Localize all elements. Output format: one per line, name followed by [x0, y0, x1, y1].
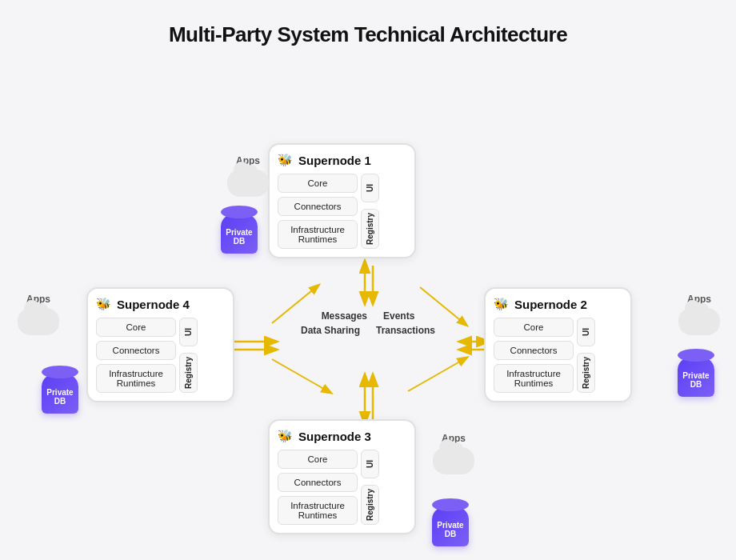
supernode-4-sidebar: UI Registry [179, 318, 198, 393]
sn4-core: Core [96, 318, 176, 337]
db-cylinder-sn4: PrivateDB [42, 372, 78, 414]
center-labels: Messages Events Data Sharing Transaction… [236, 291, 500, 355]
supernode-3-header: 🐝 Supernode 3 [278, 429, 406, 443]
sn2-registry-badge: Registry [577, 353, 595, 393]
sn4-ui-badge: UI [179, 318, 198, 346]
db-text-sn2: PrivateDB [682, 371, 709, 389]
supernode-4-blocks: Core Connectors InfrastructureRuntimes [96, 318, 176, 393]
apps-node-sn3: Apps [433, 433, 474, 474]
apps-node-sn1: Apps [227, 155, 269, 197]
sn1-core: Core [278, 174, 358, 193]
apps-cloud-sn2 [678, 308, 720, 335]
supernode-1-header: 🐝 Supernode 1 [278, 153, 406, 167]
supernode-2-blocks: Core Connectors InfrastructureRuntimes [494, 318, 574, 393]
sn3-registry-badge: Registry [361, 485, 379, 525]
bee-icon-sn4: 🐝 [96, 297, 111, 311]
supernode-1-blocks: Core Connectors InfrastructureRuntimes [278, 174, 358, 249]
db-node-sn1: PrivateDB [221, 212, 258, 254]
supernode-1: 🐝 Supernode 1 Core Connectors Infrastruc… [268, 143, 416, 258]
sn1-infra: InfrastructureRuntimes [278, 220, 358, 249]
svg-line-11 [408, 359, 464, 391]
supernode-2-sidebar: UI Registry [577, 318, 595, 393]
svg-line-10 [272, 359, 328, 391]
supernode-3-sidebar: UI Registry [361, 450, 379, 525]
sn2-core: Core [494, 318, 574, 337]
bee-icon-sn2: 🐝 [494, 297, 509, 311]
apps-cloud-sn3 [433, 447, 474, 474]
apps-node-sn4: Apps [18, 294, 59, 335]
db-node-sn2: PrivateDB [678, 355, 714, 397]
bee-icon-sn1: 🐝 [278, 153, 293, 167]
apps-node-sn2: Apps [678, 294, 720, 335]
db-text-sn3: PrivateDB [437, 521, 463, 538]
sn1-connectors: Connectors [278, 197, 358, 216]
bee-icon-sn3: 🐝 [278, 429, 293, 443]
supernode-2: 🐝 Supernode 2 Core Connectors Infrastruc… [484, 287, 632, 402]
supernode-2-label: Supernode 2 [514, 298, 587, 311]
apps-cloud-sn4 [18, 308, 59, 335]
supernode-3-blocks: Core Connectors InfrastructureRuntimes [278, 450, 358, 525]
db-cylinder-sn1: PrivateDB [221, 212, 258, 254]
page-title: Multi-Party System Technical Architectur… [0, 0, 736, 55]
sn4-registry-badge: Registry [179, 353, 198, 393]
sn4-connectors: Connectors [96, 341, 176, 360]
sn1-ui-badge: UI [361, 174, 379, 202]
supernode-3: 🐝 Supernode 3 Core Connectors Infrastruc… [268, 419, 416, 534]
db-node-sn4: PrivateDB [42, 372, 78, 414]
sn3-connectors: Connectors [278, 473, 358, 492]
db-text-sn4: PrivateDB [46, 388, 73, 406]
sn3-ui-badge: UI [361, 450, 379, 478]
supernode-4-header: 🐝 Supernode 4 [96, 297, 225, 311]
sn2-connectors: Connectors [494, 341, 574, 360]
sn4-infra: InfrastructureRuntimes [96, 364, 176, 393]
db-node-sn3: PrivateDB [432, 505, 469, 546]
apps-cloud-sn1 [227, 170, 269, 197]
architecture-diagram: Messages Events Data Sharing Transaction… [0, 55, 736, 560]
label-transactions: Transactions [376, 325, 435, 336]
supernode-1-label: Supernode 1 [298, 154, 371, 167]
db-cylinder-sn2: PrivateDB [678, 355, 714, 397]
sn2-ui-badge: UI [577, 318, 595, 346]
sn2-infra: InfrastructureRuntimes [494, 364, 574, 393]
db-cylinder-sn3: PrivateDB [432, 505, 469, 546]
sn3-core: Core [278, 450, 358, 469]
supernode-4: 🐝 Supernode 4 Core Connectors Infrastruc… [86, 287, 234, 402]
sn3-infra: InfrastructureRuntimes [278, 496, 358, 525]
sn1-registry-badge: Registry [361, 209, 379, 249]
supernode-4-label: Supernode 4 [117, 298, 190, 311]
label-data-sharing: Data Sharing [301, 325, 360, 336]
label-events: Events [383, 310, 414, 322]
label-messages: Messages [322, 310, 367, 322]
supernode-1-sidebar: UI Registry [361, 174, 379, 249]
db-text-sn1: PrivateDB [226, 228, 252, 246]
supernode-3-label: Supernode 3 [298, 430, 371, 443]
supernode-2-header: 🐝 Supernode 2 [494, 297, 622, 311]
